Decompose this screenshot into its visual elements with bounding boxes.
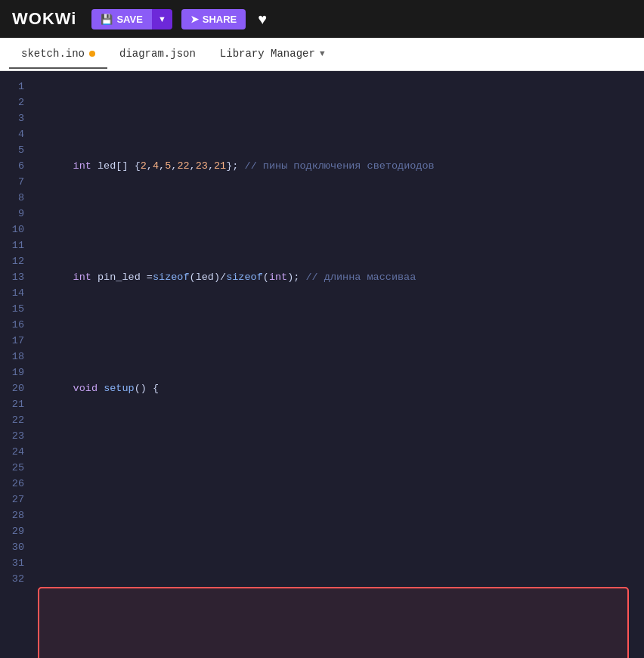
save-button[interactable]: 💾 SAVE [91, 9, 151, 29]
code-line-4 [36, 476, 629, 492]
tab-sketch[interactable]: sketch.ino [9, 40, 107, 69]
tab-library-label: Library Manager [220, 48, 315, 60]
logo: WOKWi [12, 9, 76, 29]
tabbar: sketch.ino diagram.json Library Manager … [0, 38, 644, 71]
share-label: SHARE [203, 14, 237, 25]
code-line-3: void setup() { [36, 365, 629, 412]
save-dropdown-button[interactable]: ▼ [152, 9, 172, 29]
code-line-5: for (int i = 0; i < pin_led; i++) { // ц… [45, 638, 621, 658]
tab-diagram-label: diagram.json [119, 48, 196, 60]
navbar: WOKWi 💾 SAVE ▼ ➤ SHARE ♥ [0, 0, 644, 38]
code-line-1: int led[] {2,4,5,22,23,21}; // пины подк… [36, 142, 629, 190]
line-numbers: 1 2 3 4 5 6 7 8 9 10 11 12 13 14 15 16 1… [0, 79, 36, 658]
code-editor: 1 2 3 4 5 6 7 8 9 10 11 12 13 14 15 16 1… [0, 71, 644, 658]
save-button-group[interactable]: 💾 SAVE ▼ [91, 9, 172, 29]
favorite-button[interactable]: ♥ [258, 11, 267, 28]
share-icon: ➤ [190, 14, 199, 25]
save-icon: 💾 [101, 14, 113, 25]
code-content: int led[] {2,4,5,22,23,21}; // пины подк… [36, 79, 644, 658]
highlight-block: for (int i = 0; i < pin_led; i++) { // ц… [38, 555, 629, 658]
tab-library-dropdown-icon: ▼ [320, 49, 325, 58]
tab-sketch-label: sketch.ino [21, 48, 85, 60]
code-line-2: int pin_led =sizeof(led)/sizeof(int); //… [36, 253, 629, 301]
save-label: SAVE [116, 14, 142, 25]
share-button[interactable]: ➤ SHARE [181, 9, 246, 29]
tab-diagram[interactable]: diagram.json [107, 40, 208, 69]
unsaved-dot [89, 51, 95, 57]
tab-library[interactable]: Library Manager ▼ [208, 40, 337, 69]
